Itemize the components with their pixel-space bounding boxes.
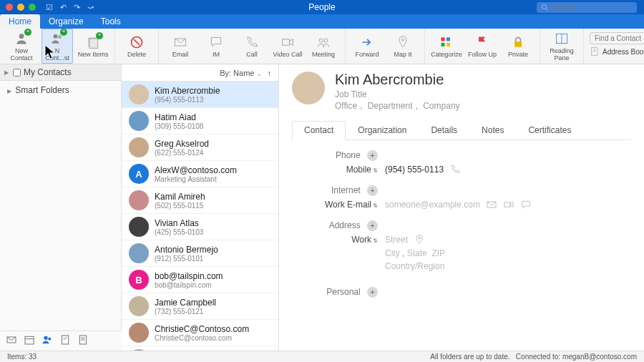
sort-direction-button[interactable]: ↑ (268, 69, 272, 77)
svg-rect-10 (283, 39, 290, 44)
maximize-window-icon[interactable] (29, 4, 36, 11)
contact-row[interactable]: A AlexW@contoso.com Marketing Assistant (122, 161, 278, 187)
my-contacts-checkbox[interactable] (13, 69, 21, 77)
follow-up-button[interactable]: Follow Up (467, 34, 498, 59)
expand-icon[interactable]: ▶ (7, 88, 13, 94)
contact-sub: ChristieC@contoso.com (155, 334, 249, 342)
undo-icon[interactable]: ↶ (60, 3, 67, 12)
email-button[interactable]: Email (165, 34, 196, 59)
work-address-field-label[interactable]: Work⇅ (292, 235, 385, 245)
notes-module-button[interactable] (77, 334, 89, 348)
video-call-button[interactable]: Video Call (272, 34, 303, 59)
svg-point-29 (44, 336, 48, 340)
avatar (129, 84, 149, 104)
sync-icon[interactable]: ⤻ (87, 3, 94, 12)
tab-details[interactable]: Details (419, 121, 469, 140)
contact-name: Greg Akselrod (155, 139, 209, 149)
redo-icon[interactable]: ↷ (74, 3, 80, 12)
street-value[interactable]: Street (385, 235, 408, 245)
new-items-button[interactable]: + New Items (77, 34, 109, 59)
contact-row[interactable]: Vivian Atlas (425) 555-0103 (122, 214, 278, 240)
map-it-button[interactable]: Map It (387, 34, 419, 59)
address-book-button[interactable]: Address Book (590, 47, 644, 57)
contact-row[interactable]: Greg Akselrod (622) 555-0124 (122, 134, 278, 161)
call-button[interactable]: Call (236, 34, 268, 59)
phone-action-icon[interactable] (449, 164, 461, 175)
window-controls[interactable] (6, 4, 36, 11)
contact-row[interactable]: Kim Abercrombie (954) 555-0113 (122, 82, 278, 108)
address-book-icon (590, 47, 600, 57)
contact-row[interactable]: Kamil Amireh (502) 555-0115 (122, 187, 278, 214)
add-phone-button[interactable]: + (367, 150, 378, 161)
contact-org-line[interactable]: Office, Department, Company (335, 101, 460, 111)
phone-icon (245, 35, 259, 49)
global-search-input[interactable] (551, 3, 623, 11)
private-button[interactable]: Private (502, 34, 534, 59)
contact-row[interactable]: ChristieC@Contoso.com ChristieC@contoso.… (122, 320, 278, 346)
new-contact-button[interactable]: + New Contact (6, 31, 37, 62)
tab-organize[interactable]: Organize (40, 14, 92, 29)
video-action-icon[interactable] (503, 199, 514, 210)
tab-notes[interactable]: Notes (469, 121, 516, 140)
avatar (129, 137, 149, 157)
email-icon (173, 35, 187, 49)
my-contacts-folder[interactable]: ▶ My Contacts (0, 64, 121, 81)
expand-icon[interactable]: ▶ (4, 69, 10, 76)
mail-module-button[interactable] (6, 334, 17, 348)
add-internet-button[interactable]: + (367, 185, 378, 196)
delete-button[interactable]: Delete (121, 34, 152, 59)
contact-row[interactable]: B bob@tailspin.com bob@tailspin.com (122, 267, 278, 293)
tab-contact[interactable]: Contact (292, 121, 346, 140)
calendar-module-button[interactable] (24, 334, 35, 348)
chat-action-icon[interactable] (520, 199, 532, 210)
mobile-value[interactable]: (954) 555-0113 (385, 165, 444, 175)
email-action-icon[interactable] (486, 199, 497, 210)
contact-row[interactable]: Antonio Bermejo (912) 555-0101 (122, 240, 278, 267)
quick-access-toolbar: ☑ ↶ ↷ ⤻ (46, 3, 94, 12)
svg-point-4 (58, 35, 62, 39)
country-value[interactable]: Country/Region (385, 261, 444, 271)
minimize-window-icon[interactable] (17, 4, 24, 11)
tab-home[interactable]: Home (0, 14, 40, 29)
find-a-contact-input[interactable]: Find a Contact (590, 32, 644, 44)
people-module-button[interactable] (42, 334, 53, 348)
forward-button[interactable]: Forward (351, 34, 383, 59)
svg-rect-31 (62, 336, 68, 344)
add-personal-button[interactable]: + (367, 287, 378, 298)
global-search[interactable] (537, 2, 637, 13)
contact-row[interactable]: Jamie Campbell (732) 555-0121 (122, 293, 278, 320)
meeting-button[interactable]: Meeting (308, 34, 339, 59)
categorize-button[interactable]: Categorize (431, 34, 462, 59)
contact-name: Kim Abercrombie (155, 86, 220, 96)
detail-tabs: Contact Organization Details Notes Certi… (292, 121, 631, 140)
contact-list-pane: By: Name ⌄ ↑ Kim Abercrombie (954) 555-0… (122, 64, 279, 351)
status-connection: All folders are up to date. Connected to… (430, 353, 637, 361)
save-icon[interactable]: ☑ (46, 3, 53, 12)
tab-certificates[interactable]: Certificates (516, 121, 583, 140)
mobile-field-label[interactable]: Mobile⇅ (292, 165, 385, 175)
contact-name[interactable]: Kim Abercrombie (335, 72, 460, 88)
contact-row[interactable]: Hatim Aiad (309) 555-0108 (122, 108, 278, 134)
smart-folders[interactable]: ▶ Smart Folders (0, 81, 121, 99)
tab-organization[interactable]: Organization (346, 121, 419, 140)
reading-pane-button[interactable]: Reading Pane (546, 31, 577, 62)
tab-tools[interactable]: Tools (92, 14, 130, 29)
svg-point-0 (542, 4, 546, 9)
window-title: People (308, 2, 335, 12)
contact-job-title[interactable]: Job Title (335, 89, 460, 99)
tasks-module-button[interactable] (59, 334, 71, 348)
map-action-icon[interactable] (414, 234, 425, 245)
work-email-field-label[interactable]: Work E-mail⇅ (292, 200, 385, 210)
svg-point-11 (319, 39, 323, 42)
contact-avatar[interactable] (292, 72, 325, 104)
categorize-icon (439, 35, 454, 49)
contact-sub: (425) 555-0103 (155, 228, 203, 236)
close-window-icon[interactable] (6, 4, 13, 11)
flag-icon (475, 35, 489, 49)
new-contact-list-button[interactable]: + NCont...st (42, 29, 73, 64)
work-email-value[interactable]: someone@example.com (385, 200, 480, 210)
add-address-button[interactable]: + (367, 220, 378, 231)
im-button[interactable]: IM (200, 34, 232, 59)
city-state-zip[interactable]: City , State ZIP (385, 248, 445, 258)
sort-button[interactable]: By: Name ⌄ (220, 69, 261, 77)
